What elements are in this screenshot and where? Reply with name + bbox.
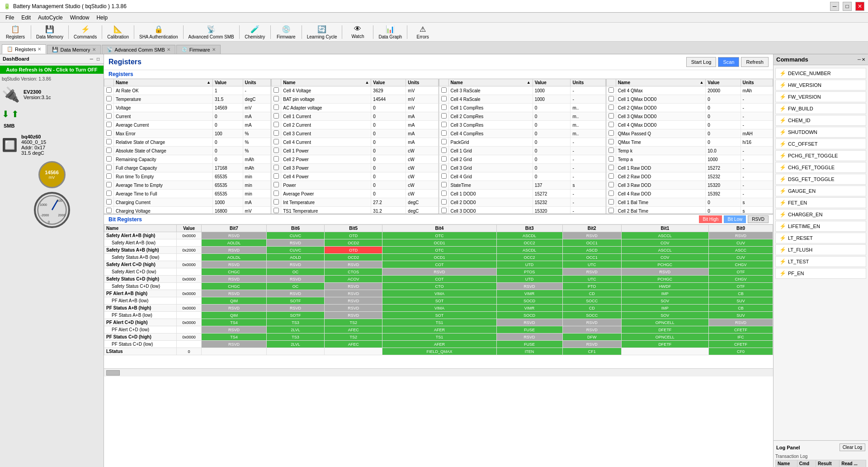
start-log-button[interactable]: Start Log [686, 57, 717, 67]
toolbar-calibration[interactable]: 📐 Calibration [104, 24, 132, 41]
list-item[interactable]: ⚡LIFETIME_EN [775, 221, 866, 232]
auto-refresh-banner[interactable]: Auto Refresh is ON - Click to Turn OFF [0, 66, 104, 74]
toolbar-sha-auth[interactable]: 🔒 SHA Authentication [136, 24, 181, 41]
toolbar-data-memory[interactable]: 💾 Data Memory [33, 24, 66, 41]
toolbar-sep-3 [102, 25, 102, 39]
adv-comm-smb-icon: 📡 [207, 25, 216, 33]
tab-firmware[interactable]: 💿 Firmware ✕ [176, 45, 221, 54]
tab-adv-comm-smb-icon: 📡 [107, 47, 113, 52]
bq40z60-detail2: Addr: 0x17 [21, 145, 46, 150]
list-item[interactable]: ⚡CHEM_ID [775, 115, 866, 126]
list-item[interactable]: ⚡CHG_FET_TOGGLE [775, 162, 866, 173]
tab-registers[interactable]: 📋 Registers ✕ [2, 44, 46, 54]
command-label: PCHG_FET_TOGGLE [788, 153, 838, 158]
close-button[interactable]: ✕ [855, 2, 864, 11]
clear-log-button[interactable]: Clear Log [840, 443, 865, 451]
maximize-button[interactable]: □ [843, 2, 852, 11]
command-icon: ⚡ [779, 70, 786, 76]
table-row: Current0mA [104, 112, 271, 121]
bit-table-row: LStatus0FIELD_QMAXITENCF1CF0 [104, 348, 773, 355]
title-bar: 🔋 Battery Management Studio ( bqStudio )… [0, 0, 868, 13]
toolbar-sep-11 [407, 25, 407, 39]
command-label: LIFETIME_EN [788, 224, 820, 229]
right-panel-header: Commands ─ ✕ [774, 54, 868, 65]
list-item[interactable]: ⚡PCHG_FET_TOGGLE [775, 150, 866, 161]
header-actions: Start Log Scan Refresh [686, 57, 769, 67]
device-bq40z60: 🔲 bq40z60 4600_0_15 Addr: 0x17 31.5 degC [0, 132, 104, 157]
list-item[interactable]: ⚡LT_FLUSH [775, 244, 866, 255]
toolbar-adv-comm-smb[interactable]: 📡 Advanced Comm SMB [185, 24, 237, 41]
right-panel-close[interactable]: ✕ [862, 57, 865, 62]
list-item[interactable]: ⚡LT_RESET [775, 233, 866, 243]
svg-text:2000: 2000 [58, 213, 65, 217]
bit-high-button[interactable]: Bit High [699, 215, 722, 223]
toolbar-learning-cycle[interactable]: 🔄 Learning Cycle [304, 24, 340, 41]
refresh-button[interactable]: Refresh [741, 57, 769, 67]
menu-file[interactable]: File [2, 14, 18, 22]
table-row: Cell 2 Current0mA [272, 121, 438, 129]
bit-table-row: Safety Alert A+B (high)0x0000RSVDCUVCOTD… [104, 232, 773, 239]
tab-adv-comm-smb[interactable]: 📡 Advanced Comm SMB ✕ [102, 45, 175, 54]
toolbar-firmware[interactable]: 💿 Firmware [273, 24, 300, 41]
rsvd-button[interactable]: RSVD [748, 215, 769, 223]
toolbar-watch[interactable]: 👁 Watch [344, 24, 371, 41]
tab-registers-close[interactable]: ✕ [38, 47, 41, 52]
minimize-button[interactable]: ─ [830, 2, 839, 11]
bit-table-row: PF Alert A+B (low)QIMSOTFRSVDSOTSOCDSOCC… [104, 297, 773, 305]
device-ev2300: 🔌 EV2300 Version:3.1c [0, 84, 104, 105]
log-col-result: Result [816, 460, 840, 467]
command-icon: ⚡ [779, 176, 786, 182]
bq40z60-detail1: 4600_0_15 [21, 139, 46, 145]
bit-table-row: PF Status A+B (high)0x0000RSVDRSVDRSVDVI… [104, 305, 773, 312]
scan-button[interactable]: Scan [718, 57, 739, 67]
dashboard-minimize[interactable]: ─ [89, 57, 94, 62]
list-item[interactable]: ⚡CC_OFFSET [775, 138, 866, 149]
tab-data-memory-close[interactable]: ✕ [92, 47, 96, 52]
tab-data-memory[interactable]: 💾 Data Memory ✕ [47, 45, 100, 54]
toolbar-chemistry[interactable]: 🧪 Chemistry [241, 24, 269, 41]
right-panel-minimize[interactable]: ─ [858, 57, 861, 62]
list-item[interactable]: ⚡DSG_FET_TOGGLE [775, 174, 866, 185]
list-item[interactable]: ⚡CHARGER_EN [775, 209, 866, 220]
toolbar-registers[interactable]: 📋 Registers [2, 24, 29, 41]
command-label: CHEM_ID [788, 118, 811, 123]
tab-firmware-close[interactable]: ✕ [212, 47, 216, 52]
list-item[interactable]: ⚡SHUTDOWN [775, 127, 866, 138]
command-label: SHUTDOWN [788, 129, 817, 135]
list-item[interactable]: ⚡DEVICE_NUMBER [775, 68, 866, 79]
scrollbar-thumb[interactable] [106, 370, 120, 376]
list-item[interactable]: ⚡HW_VERSION [775, 80, 866, 91]
menu-autocycle[interactable]: AutoCycle [34, 14, 66, 22]
bit-low-button[interactable]: Bit Low [724, 215, 746, 223]
menu-edit[interactable]: Edit [18, 14, 34, 22]
registers-section-label: Registers [104, 70, 773, 79]
bit-table: Name Value Bit7 Bit6 Bit5 Bit4 Bit3 Bit2… [104, 224, 773, 355]
tab-adv-comm-smb-close[interactable]: ✕ [167, 47, 170, 52]
list-item[interactable]: ⚡FW_VERSION [775, 91, 866, 102]
nav-arrows: ⬇ ⬆ [0, 107, 104, 121]
svg-text:0: 0 [48, 220, 50, 224]
table-row: Cell 4 QMax DOD00- [606, 121, 773, 129]
list-item[interactable]: ⚡LT_TEST [775, 256, 866, 267]
toolbar-data-graph[interactable]: 📊 Data Graph [375, 24, 405, 41]
right-panel-controls: ─ ✕ [858, 57, 865, 62]
menu-window[interactable]: Window [66, 14, 93, 22]
list-item[interactable]: ⚡FET_EN [775, 197, 866, 208]
command-label: FW_BUILD [788, 106, 813, 111]
dashboard-restore[interactable]: □ [95, 57, 101, 62]
list-item[interactable]: ⚡PF_EN [775, 268, 866, 279]
list-item[interactable]: ⚡FW_BUILD [775, 103, 866, 114]
app-title: Battery Management Studio ( bqStudio ) 1… [13, 3, 127, 10]
toolbar-commands[interactable]: ⚡ Commands [71, 24, 100, 41]
list-item[interactable]: ⚡GAUGE_EN [775, 186, 866, 196]
left-panel: DashBoard ─ □ Auto Refresh is ON - Click… [0, 54, 104, 467]
log-panel-title: Log Panel [776, 445, 800, 450]
horizontal-scrollbar[interactable] [104, 368, 773, 376]
toolbar-errors[interactable]: ⚠ Errors [409, 24, 436, 41]
menu-bar: File Edit AutoCycle Window Help [0, 13, 868, 23]
table-row: Cell 1 Bal Time0s [606, 198, 773, 207]
command-icon: ⚡ [779, 223, 786, 229]
table-row: At Rate OK1- [104, 86, 271, 95]
table-row: StateTime137s [439, 181, 605, 190]
menu-help[interactable]: Help [93, 14, 111, 22]
